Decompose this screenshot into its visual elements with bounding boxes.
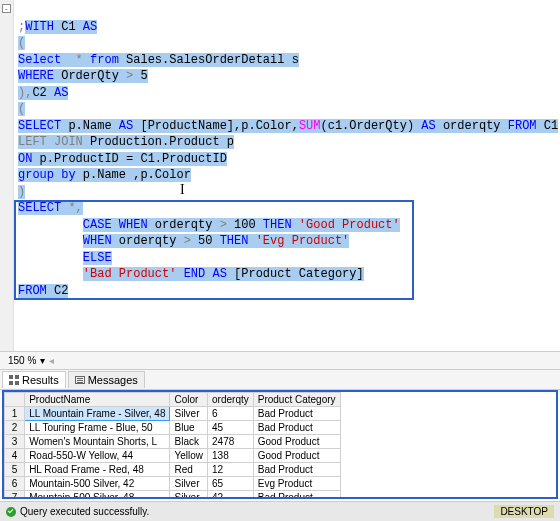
cell[interactable]: Mountain-500 Silver, 42 xyxy=(25,477,170,491)
status-bar: Query executed successfully. DESKTOP xyxy=(0,501,560,521)
t: OrderQty xyxy=(54,69,126,83)
row-number[interactable]: 5 xyxy=(5,463,25,477)
cell[interactable]: Women's Mountain Shorts, L xyxy=(25,435,170,449)
row-number[interactable]: 6 xyxy=(5,477,25,491)
cell[interactable]: 65 xyxy=(208,477,254,491)
cell[interactable]: 42 xyxy=(208,491,254,500)
t: C1 xyxy=(537,119,559,133)
col-category[interactable]: Product Category xyxy=(253,393,340,407)
cell[interactable]: Yellow xyxy=(170,449,208,463)
t: group by xyxy=(18,168,76,182)
cell[interactable]: Silver xyxy=(170,491,208,500)
table-row[interactable]: 1LL Mountain Frame - Silver, 48Silver6Ba… xyxy=(5,407,341,421)
t: p.Name xyxy=(61,119,119,133)
header-row: ProductName Color orderqty Product Categ… xyxy=(5,393,341,407)
cell[interactable]: LL Touring Frame - Blue, 50 xyxy=(25,421,170,435)
tab-messages[interactable]: Messages xyxy=(68,371,145,388)
t: p.Name ,p.Color xyxy=(76,168,191,182)
cell[interactable]: Bad Product xyxy=(253,463,340,477)
t: LEFT JOIN xyxy=(18,135,83,149)
results-table: ProductName Color orderqty Product Categ… xyxy=(4,392,341,499)
tab-results-label: Results xyxy=(22,374,59,386)
table-row[interactable]: 6Mountain-500 Silver, 42Silver65Evg Prod… xyxy=(5,477,341,491)
cell[interactable]: 12 xyxy=(208,463,254,477)
t: from xyxy=(90,53,119,67)
cell[interactable]: Bad Product xyxy=(253,491,340,500)
cell[interactable]: Evg Product xyxy=(253,477,340,491)
table-row[interactable]: 2LL Touring Frame - Blue, 50Blue45Bad Pr… xyxy=(5,421,341,435)
cell[interactable]: Mountain-500 Silver, 48 xyxy=(25,491,170,500)
table-row[interactable]: 7Mountain-500 Silver, 48Silver42Bad Prod… xyxy=(5,491,341,500)
row-number[interactable]: 7 xyxy=(5,491,25,500)
row-number[interactable]: 3 xyxy=(5,435,25,449)
cell[interactable]: Black xyxy=(170,435,208,449)
t: ( xyxy=(18,102,25,116)
col-color[interactable]: Color xyxy=(170,393,208,407)
tab-results[interactable]: Results xyxy=(2,371,66,388)
row-number[interactable]: 2 xyxy=(5,421,25,435)
success-icon xyxy=(6,507,16,517)
t: C1 xyxy=(54,20,83,34)
split-handle[interactable]: ◂ xyxy=(45,355,54,366)
t: p.ProductID = C1.ProductID xyxy=(32,152,226,166)
col-productname[interactable]: ProductName xyxy=(25,393,170,407)
t: Sales.SalesOrderDetail s xyxy=(119,53,299,67)
t: orderqty xyxy=(436,119,508,133)
messages-icon xyxy=(75,376,85,384)
table-row[interactable]: 5HL Road Frame - Red, 48Red12Bad Product xyxy=(5,463,341,477)
col-orderqty[interactable]: orderqty xyxy=(208,393,254,407)
table-row[interactable]: 4Road-550-W Yellow, 44Yellow138Good Prod… xyxy=(5,449,341,463)
result-tabs: Results Messages xyxy=(0,370,560,390)
fold-toggle[interactable]: - xyxy=(2,4,11,13)
t: ) xyxy=(18,185,25,199)
t: ( xyxy=(18,36,25,50)
t: * xyxy=(68,53,90,67)
t: Select xyxy=(18,53,68,67)
t: AS xyxy=(421,119,435,133)
zoom-bar: 150 % ▾ ◂ xyxy=(0,352,560,370)
zoom-value[interactable]: 150 % xyxy=(4,355,40,366)
row-number[interactable]: 1 xyxy=(5,407,25,421)
cell[interactable]: Silver xyxy=(170,407,208,421)
t: AS xyxy=(119,119,133,133)
cell[interactable]: 138 xyxy=(208,449,254,463)
t: (c1.OrderQty) xyxy=(320,119,421,133)
t: WHERE xyxy=(18,69,54,83)
cell[interactable]: 45 xyxy=(208,421,254,435)
status-message: Query executed successfully. xyxy=(20,506,149,517)
cell[interactable]: LL Mountain Frame - Silver, 48 xyxy=(25,407,170,421)
cell[interactable]: Red xyxy=(170,463,208,477)
t: WITH xyxy=(25,20,54,34)
cell[interactable]: 2478 xyxy=(208,435,254,449)
t: ON xyxy=(18,152,32,166)
t: Production.Product p xyxy=(83,135,234,149)
cell[interactable]: Road-550-W Yellow, 44 xyxy=(25,449,170,463)
cell[interactable]: Bad Product xyxy=(253,407,340,421)
t: SUM xyxy=(299,119,321,133)
grid-icon xyxy=(9,375,19,385)
annotation-box-sql xyxy=(14,200,414,300)
connection-chip[interactable]: DESKTOP xyxy=(494,505,554,518)
cell[interactable]: Good Product xyxy=(253,449,340,463)
cell[interactable]: Silver xyxy=(170,477,208,491)
t: C2 xyxy=(32,86,54,100)
table-row[interactable]: 3Women's Mountain Shorts, LBlack2478Good… xyxy=(5,435,341,449)
cell[interactable]: Bad Product xyxy=(253,421,340,435)
tab-messages-label: Messages xyxy=(88,374,138,386)
t: FROM xyxy=(508,119,537,133)
t: AS xyxy=(54,86,68,100)
text-cursor-icon: I xyxy=(180,182,185,198)
cell[interactable]: 6 xyxy=(208,407,254,421)
cell[interactable]: Good Product xyxy=(253,435,340,449)
col-rowhead[interactable] xyxy=(5,393,25,407)
row-number[interactable]: 4 xyxy=(5,449,25,463)
t: [ProductName],p.Color, xyxy=(133,119,299,133)
editor-gutter: - xyxy=(0,0,14,351)
cell[interactable]: Blue xyxy=(170,421,208,435)
results-grid[interactable]: ProductName Color orderqty Product Categ… xyxy=(2,390,558,499)
cell[interactable]: HL Road Frame - Red, 48 xyxy=(25,463,170,477)
t: SELECT xyxy=(18,119,61,133)
t: AS xyxy=(83,20,97,34)
t: 5 xyxy=(133,69,147,83)
sql-editor[interactable]: - ;WITH C1 AS ( Select * from Sales.Sale… xyxy=(0,0,560,352)
